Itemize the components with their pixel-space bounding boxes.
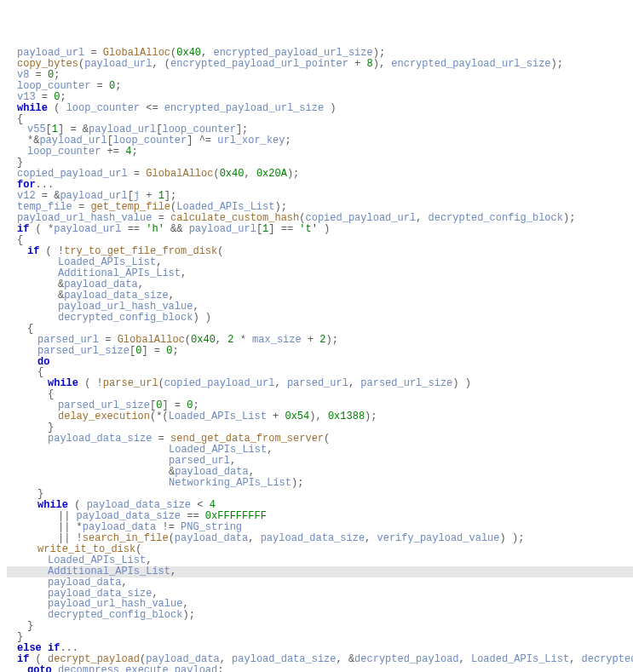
token-var: v12	[17, 190, 36, 202]
token-var: PNG_string	[181, 521, 242, 533]
token-punc: }	[17, 631, 23, 643]
token-punc: );	[287, 168, 299, 180]
token-kw: else if	[17, 642, 60, 654]
token-punc: ;	[60, 91, 66, 103]
token-var: Loaded_APIs_List	[176, 201, 274, 213]
token-punc: ( !	[78, 377, 103, 389]
code-line: Loaded_APIs_List,	[7, 445, 633, 456]
token-punc: ,	[146, 554, 152, 566]
token-punc: =	[90, 80, 109, 92]
code-line: while ( !parse_url(copied_payload_url, p…	[7, 378, 633, 389]
token-punc: ,	[138, 279, 144, 290]
token-punc: ,	[249, 466, 255, 478]
token-var: loop_counter	[66, 102, 140, 114]
token-var: payload_data_size	[87, 499, 191, 511]
token-fn: parse_url	[103, 377, 158, 389]
code-line: }	[7, 621, 633, 632]
token-var: decrypted_config_block	[48, 609, 182, 621]
token-var: payload_url_hash_value	[48, 598, 182, 610]
token-punc: );	[274, 201, 286, 213]
token-var: parsed_url	[287, 377, 348, 389]
token-var: temp_file	[17, 201, 72, 213]
token-punc: ,	[248, 532, 260, 544]
token-var: max_size	[252, 334, 302, 346]
token-punc: [	[107, 135, 113, 146]
token-punc: =	[84, 47, 103, 59]
token-punc: {	[37, 366, 43, 378]
token-var: payload_url_hash_value	[17, 212, 152, 224]
token-fn: try_to_get_file_from_disk	[64, 245, 217, 257]
token-punc: ,	[274, 377, 286, 389]
token-punc: ,	[267, 444, 273, 456]
token-punc: (	[135, 543, 141, 555]
token-punc: || !	[58, 532, 83, 544]
code-line: }	[7, 632, 633, 643]
token-num: 0x40	[176, 47, 201, 59]
token-var: payload_data_size	[232, 653, 336, 665]
token-punc: ;	[285, 135, 291, 146]
token-punc: ] = &	[58, 123, 89, 135]
token-punc: ...	[60, 642, 78, 654]
token-punc: ] =	[141, 345, 166, 357]
token-punc: = &	[36, 190, 60, 202]
token-var: payload_data_size	[77, 510, 181, 522]
token-punc: ,	[156, 256, 162, 268]
token-var: encrypted_payload_url_size	[391, 58, 550, 70]
token-punc: , &	[337, 653, 355, 665]
token-punc: (*(	[150, 411, 169, 422]
token-var: parsed_url_size	[58, 399, 150, 411]
token-punc: ||	[58, 510, 77, 522]
token-punc: || *	[58, 521, 83, 533]
token-punc: {	[48, 388, 54, 400]
token-punc: ] =	[162, 399, 187, 411]
token-punc: );	[563, 212, 575, 224]
token-var: parsed_url_size	[37, 345, 129, 357]
token-punc: (	[29, 653, 48, 665]
token-var: decrypted_payload	[354, 653, 458, 665]
token-punc: +	[267, 411, 285, 422]
token-punc: +	[140, 190, 158, 202]
token-punc: ),	[309, 411, 328, 422]
token-var: v8	[17, 69, 29, 81]
token-var: copied_payload_url	[164, 377, 275, 389]
token-punc: ,	[169, 290, 175, 302]
token-punc: ,	[569, 653, 581, 665]
token-punc: , (	[152, 58, 170, 70]
token-punc: }	[48, 422, 54, 434]
token-punc: =	[152, 212, 170, 224]
token-var: payload_url	[17, 47, 84, 59]
token-kw: while	[17, 102, 48, 114]
token-punc: ,	[244, 168, 256, 180]
token-punc: ,	[152, 588, 158, 600]
token-punc: (	[48, 102, 66, 114]
token-punc: ] ^=	[187, 135, 217, 146]
token-var: payload_data	[64, 279, 137, 290]
token-fn: write_it_to_disk	[37, 543, 135, 555]
token-punc: (	[158, 377, 164, 389]
code-line: loop_counter += 4;	[7, 146, 633, 158]
token-var: payload_url	[189, 223, 256, 235]
token-var: v13	[17, 91, 36, 103]
token-punc: );	[182, 609, 194, 621]
token-punc: +=	[101, 146, 125, 158]
token-punc: *	[233, 334, 252, 346]
token-var: payload_data_size	[261, 532, 365, 544]
token-punc: ,	[181, 267, 187, 279]
token-punc: ==	[181, 510, 205, 522]
token-punc: );	[373, 47, 385, 59]
code-line: &payload_data,	[7, 467, 633, 478]
token-punc: ( !	[39, 245, 64, 257]
token-punc: );	[291, 477, 303, 489]
token-kw: if	[27, 245, 39, 257]
token-punc: ,	[193, 301, 199, 313]
token-num: 8	[367, 58, 373, 70]
token-num: 1	[52, 123, 58, 135]
token-var: payload_data	[146, 653, 219, 665]
token-kw: while	[48, 377, 78, 389]
token-var: payload_url	[54, 223, 121, 235]
code-listing: payload_url = GlobalAlloc(0x40, encrypte…	[7, 48, 633, 672]
token-punc: [	[128, 190, 134, 202]
token-punc: ,	[416, 212, 428, 224]
token-punc: ];	[164, 190, 176, 202]
token-punc: ;	[193, 399, 199, 411]
